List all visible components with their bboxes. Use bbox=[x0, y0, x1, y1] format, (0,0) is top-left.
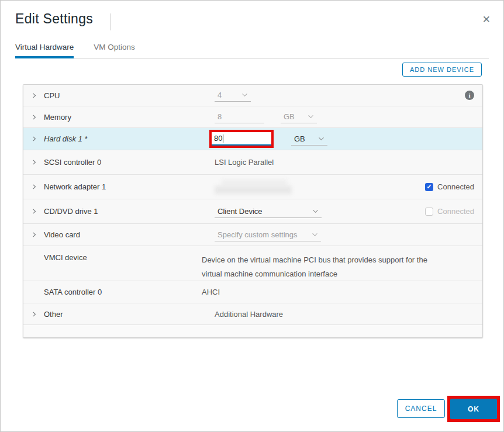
cancel-button[interactable]: CANCEL bbox=[397, 399, 445, 418]
checkbox-label: Connected bbox=[437, 182, 474, 191]
row-value: LSI Logic Parallel bbox=[215, 158, 274, 167]
tab-vm-options[interactable]: VM Options bbox=[94, 39, 135, 58]
connected-checkbox[interactable]: ✓ Connected bbox=[425, 182, 474, 191]
chevron-right-icon[interactable] bbox=[31, 231, 44, 238]
tab-virtual-hardware[interactable]: Virtual Hardware bbox=[15, 39, 74, 58]
add-new-device-button[interactable]: ADD NEW DEVICE bbox=[402, 63, 482, 77]
chevron-right-icon[interactable] bbox=[31, 92, 44, 99]
row-label: Network adapter 1 bbox=[44, 182, 215, 191]
row-network-adapter[interactable]: Network adapter 1 ✓ Connected bbox=[23, 175, 482, 199]
row-hard-disk-1[interactable]: Hard disk 1 * 80 GB bbox=[23, 128, 482, 150]
title-divider bbox=[110, 13, 111, 30]
row-label: CPU bbox=[44, 91, 215, 100]
chevron-right-icon[interactable] bbox=[31, 184, 44, 190]
chevron-right-icon[interactable] bbox=[31, 311, 44, 317]
row-label: Memory bbox=[44, 113, 215, 122]
row-cpu[interactable]: CPU 4 i bbox=[23, 85, 482, 106]
table-footer-strip bbox=[23, 325, 482, 337]
row-label: Hard disk 1 * bbox=[44, 134, 215, 143]
row-scsi-controller[interactable]: SCSI controller 0 LSI Logic Parallel bbox=[23, 150, 482, 175]
chevron-right-icon[interactable] bbox=[31, 208, 44, 215]
checkbox-check-icon[interactable]: ✓ bbox=[425, 183, 433, 191]
row-vmci-device: VMCI device Device on the virtual machin… bbox=[23, 246, 482, 281]
hardware-table: CPU 4 i Memory 8 GB bbox=[23, 84, 483, 338]
row-label: SCSI controller 0 bbox=[44, 158, 215, 167]
hard-disk-size-input[interactable]: 80 bbox=[212, 132, 271, 146]
redacted-network-value bbox=[215, 179, 292, 194]
vmci-description: Device on the virtual machine PCI bus th… bbox=[202, 253, 427, 281]
checkbox-label: Connected bbox=[437, 207, 474, 216]
row-memory[interactable]: Memory 8 GB bbox=[23, 106, 482, 128]
row-label: CD/DVD drive 1 bbox=[44, 207, 215, 216]
row-label: Other bbox=[44, 310, 215, 319]
cd-dvd-media-select[interactable]: Client Device bbox=[215, 205, 322, 218]
memory-unit-select[interactable]: GB bbox=[281, 110, 317, 123]
cpu-count-select[interactable]: 4 bbox=[215, 89, 251, 102]
close-icon[interactable]: ✕ bbox=[482, 15, 491, 25]
video-settings-select[interactable]: Specify custom settings bbox=[215, 229, 321, 241]
row-value: AHCI bbox=[202, 288, 220, 296]
text-cursor bbox=[223, 134, 223, 143]
annotation-red-box-ok: OK bbox=[447, 396, 500, 422]
chevron-right-icon[interactable] bbox=[31, 159, 44, 165]
edit-settings-dialog: Edit Settings ✕ Virtual Hardware VM Opti… bbox=[0, 0, 504, 432]
connected-checkbox-disabled: Connected bbox=[425, 207, 474, 216]
hard-disk-unit-select[interactable]: GB bbox=[291, 133, 327, 146]
row-video-card[interactable]: Video card Specify custom settings bbox=[23, 224, 482, 246]
ok-button[interactable]: OK bbox=[450, 399, 497, 419]
checkbox-empty-icon bbox=[425, 208, 433, 216]
row-label: VMCI device bbox=[31, 253, 202, 262]
row-label: Video card bbox=[44, 230, 215, 239]
tab-bar: Virtual Hardware VM Options bbox=[15, 39, 489, 58]
memory-size-input[interactable]: 8 bbox=[215, 110, 264, 123]
row-label: SATA controller 0 bbox=[31, 288, 202, 296]
row-other[interactable]: Other Additional Hardware bbox=[23, 303, 482, 325]
annotation-red-box: 80 bbox=[209, 130, 274, 148]
row-cd-dvd-drive[interactable]: CD/DVD drive 1 Client Device Connected bbox=[23, 199, 482, 224]
info-icon[interactable]: i bbox=[465, 91, 474, 100]
row-sata-controller[interactable]: SATA controller 0 AHCI bbox=[23, 281, 482, 303]
row-value: Additional Hardware bbox=[215, 310, 283, 319]
chevron-right-icon[interactable] bbox=[31, 114, 44, 120]
dialog-title: Edit Settings bbox=[15, 11, 93, 27]
chevron-right-icon[interactable] bbox=[31, 136, 44, 142]
